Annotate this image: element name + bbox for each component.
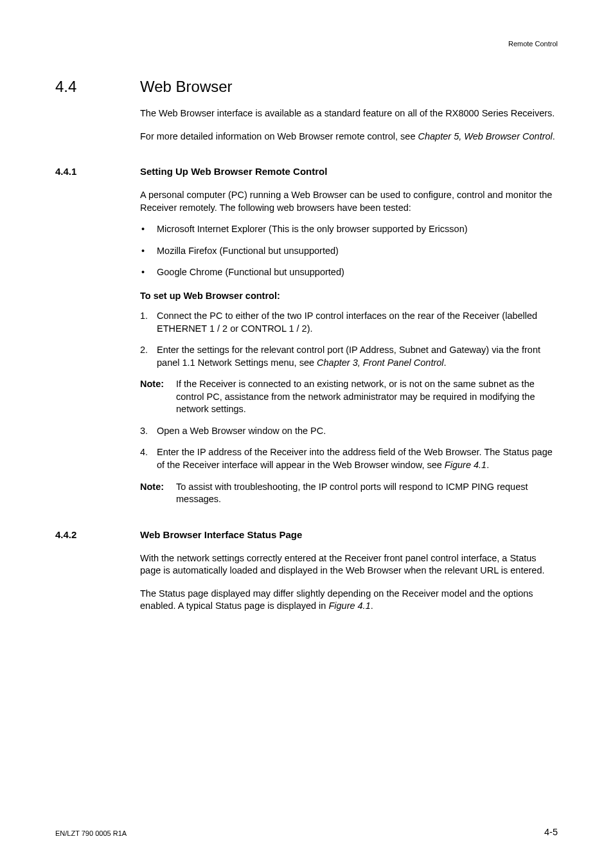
step-marker: 1. [140, 310, 148, 323]
note-label: Note: [140, 481, 164, 494]
s441-paragraph-1: A personal computer (PC) running a Web B… [140, 189, 558, 214]
section-4-4-2-heading: 4.4.2Web Browser Interface Status Page [55, 506, 558, 542]
setup-subheading: To set up Web Browser control: [140, 291, 558, 301]
chapter-reference: Chapter 5, Web Browser Control [418, 131, 553, 141]
step-3: 3. Open a Web Browser window on the PC. [140, 425, 558, 438]
section-title: Web Browser Interface Status Page [140, 529, 302, 540]
chapter-reference: Chapter 3, Front Panel Control [317, 357, 443, 368]
text-run: . [486, 460, 489, 470]
figure-reference: Figure 4.1 [328, 601, 370, 611]
intro-paragraph-1: The Web Browser interface is available a… [140, 107, 558, 120]
section-number: 4.4.2 [55, 529, 140, 540]
section-4-4-1-heading: 4.4.1Setting Up Web Browser Remote Contr… [55, 143, 558, 179]
text-run: Enter the IP address of the Receiver int… [157, 447, 553, 470]
step-2: 2. Enter the settings for the relevant c… [140, 344, 558, 369]
step-marker: 4. [140, 446, 148, 459]
note-text: To assist with troubleshooting, the IP c… [176, 482, 528, 505]
text-run: For more detailed information on Web Bro… [140, 131, 418, 141]
section-number: 4.4 [55, 78, 140, 96]
list-item: Microsoft Internet Explorer (This is the… [140, 223, 558, 236]
footer-doc-id: EN/LZT 790 0005 R1A [55, 829, 127, 837]
note-1: Note: If the Receiver is connected to an… [140, 378, 558, 416]
text-run: . [553, 131, 555, 141]
intro-paragraph-2: For more detailed information on Web Bro… [140, 131, 558, 143]
section-title: Setting Up Web Browser Remote Control [140, 166, 327, 177]
list-item: Google Chrome (Functional but unsupporte… [140, 266, 558, 279]
s442-paragraph-1: With the network settings correctly ente… [140, 552, 558, 577]
figure-reference: Figure 4.1 [445, 460, 486, 470]
step-text: Connect the PC to either of the two IP c… [157, 311, 537, 334]
section-4-4-heading: 4.4Web Browser [55, 40, 558, 97]
step-1: 1. Connect the PC to either of the two I… [140, 310, 558, 335]
setup-steps: 1. Connect the PC to either of the two I… [140, 310, 558, 369]
section-number: 4.4.1 [55, 166, 140, 177]
setup-steps-continued: 3. Open a Web Browser window on the PC. … [140, 425, 558, 472]
step-marker: 2. [140, 344, 148, 357]
step-4: 4. Enter the IP address of the Receiver … [140, 446, 558, 471]
footer-page-number: 4-5 [544, 827, 558, 837]
step-marker: 3. [140, 425, 148, 438]
section-title: Web Browser [140, 78, 233, 96]
text-run: . [444, 357, 447, 368]
list-item: Mozilla Firefox (Functional but unsuppor… [140, 245, 558, 258]
s442-paragraph-2: The Status page displayed may differ sli… [140, 588, 558, 613]
browser-list: Microsoft Internet Explorer (This is the… [140, 223, 558, 279]
text-run: . [371, 601, 373, 611]
running-header: Remote Control [508, 40, 558, 48]
note-label: Note: [140, 378, 164, 391]
step-text: Open a Web Browser window on the PC. [157, 426, 326, 436]
note-text: If the Receiver is connected to an exist… [176, 379, 535, 414]
note-2: Note: To assist with troubleshooting, th… [140, 481, 558, 506]
